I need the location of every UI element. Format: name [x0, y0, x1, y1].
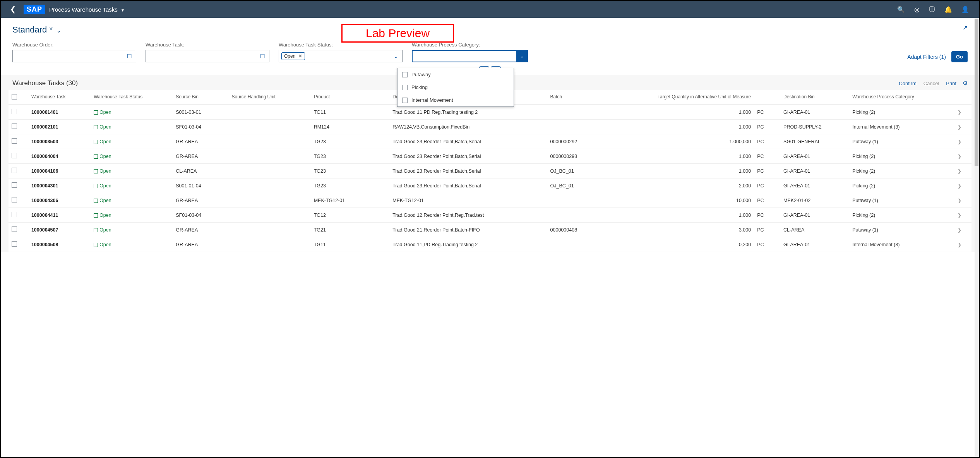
- row-checkbox[interactable]: [12, 109, 17, 114]
- warehouse-order-input[interactable]: ☐: [12, 50, 136, 62]
- notification-icon[interactable]: 🔔: [940, 6, 957, 13]
- value-help-icon[interactable]: ☐: [259, 53, 267, 59]
- settings-icon[interactable]: ⚙: [963, 80, 968, 87]
- shell-title[interactable]: Process Warehouse Tasks ▼: [49, 6, 125, 13]
- col-status[interactable]: Warehouse Task Status: [91, 90, 173, 105]
- help-icon[interactable]: ⓘ: [924, 5, 940, 14]
- lab-preview-annotation: Lab Preview: [341, 24, 454, 43]
- table-row[interactable]: 1000002101OpenSF01-03-04RM124RAW124,VB,C…: [9, 120, 971, 134]
- checkbox-icon[interactable]: [402, 98, 408, 103]
- select-all-checkbox[interactable]: [12, 94, 17, 99]
- cell-shu: [229, 237, 311, 252]
- task-status-field[interactable]: [307, 53, 392, 59]
- variant-selector[interactable]: Standard * ⌄: [12, 25, 61, 34]
- col-batch[interactable]: Batch: [547, 90, 613, 105]
- cell-uom: PC: [754, 193, 780, 208]
- cell-status: Open: [91, 193, 173, 208]
- nav-arrow-icon[interactable]: ❯: [954, 178, 971, 193]
- user-icon[interactable]: 👤: [957, 6, 974, 13]
- nav-arrow-icon[interactable]: ❯: [954, 105, 971, 120]
- table-row[interactable]: 1000004306OpenGR-AREAMEK-TG12-01MEK-TG12…: [9, 193, 971, 208]
- scrollbar[interactable]: [975, 19, 978, 456]
- status-token[interactable]: Open ✕: [281, 52, 305, 60]
- warehouse-task-field[interactable]: [148, 53, 259, 59]
- cell-dbin: MEK2-01-02: [780, 193, 849, 208]
- dropdown-button[interactable]: ⌄: [516, 51, 527, 62]
- close-icon[interactable]: ✕: [298, 53, 302, 59]
- table-row[interactable]: 1000004507OpenGR-AREATG21Trad.Good 21,Re…: [9, 223, 971, 237]
- table-row[interactable]: 1000004508OpenGR-AREATG11Trad.Good 11,PD…: [9, 237, 971, 252]
- cell-product: TG11: [311, 105, 390, 120]
- dropdown-option-putaway[interactable]: Putaway: [397, 68, 514, 81]
- col-qty[interactable]: Target Quantity in Alternative Unit of M…: [613, 90, 754, 105]
- cell-product: TG23: [311, 149, 390, 164]
- col-task[interactable]: Warehouse Task: [28, 90, 91, 105]
- row-checkbox[interactable]: [12, 168, 17, 173]
- status-open-icon: [94, 125, 98, 129]
- dropdown-option-picking[interactable]: Picking: [397, 81, 514, 94]
- nav-arrow-icon[interactable]: ❯: [954, 164, 971, 178]
- table-row[interactable]: 1000004106OpenCL-AREATG23Trad.Good 23,Re…: [9, 164, 971, 178]
- table-row[interactable]: 1000004411OpenSF01-03-04TG12Trad.Good 12…: [9, 208, 971, 223]
- cell-batch: [547, 105, 613, 120]
- warehouse-task-input[interactable]: ☐: [146, 50, 269, 62]
- row-checkbox[interactable]: [12, 197, 17, 202]
- table-row[interactable]: 1000004301OpenS001-01-04TG23Trad.Good 23…: [9, 178, 971, 193]
- row-checkbox[interactable]: [12, 153, 17, 158]
- shell-header: ❮ SAP Process Warehouse Tasks ▼ 🔍 ◎ ⓘ 🔔 …: [1, 1, 979, 18]
- process-category-input[interactable]: ⌄: [412, 50, 528, 62]
- cell-cat: Picking (2): [849, 208, 954, 223]
- print-button[interactable]: Print: [946, 81, 956, 86]
- row-checkbox[interactable]: [12, 182, 17, 188]
- checkbox-icon[interactable]: [402, 85, 408, 90]
- row-checkbox[interactable]: [12, 212, 17, 217]
- nav-arrow-icon[interactable]: ❯: [954, 149, 971, 164]
- nav-arrow-icon[interactable]: ❯: [954, 134, 971, 149]
- status-open-icon: [94, 243, 98, 247]
- back-button[interactable]: ❮: [6, 3, 20, 15]
- nav-arrow-icon[interactable]: ❯: [954, 193, 971, 208]
- value-help-icon[interactable]: ☐: [125, 53, 134, 59]
- col-cat[interactable]: Warehouse Process Category: [849, 90, 954, 105]
- nav-arrow-icon[interactable]: ❯: [954, 237, 971, 252]
- cell-task: 1000004507: [28, 223, 91, 237]
- cell-desc: Trad.Good 23,Reorder Point,Batch,Serial: [389, 178, 547, 193]
- nav-arrow-icon[interactable]: ❯: [954, 223, 971, 237]
- cell-product: TG12: [311, 208, 390, 223]
- table-row[interactable]: 1000004004OpenGR-AREATG23Trad.Good 23,Re…: [9, 149, 971, 164]
- task-status-input[interactable]: Open ✕ ⌄: [279, 50, 403, 62]
- chevron-down-icon: ▼: [121, 8, 125, 12]
- cell-cat: Internal Movement (3): [849, 120, 954, 134]
- warehouse-order-field[interactable]: [15, 53, 125, 59]
- nav-arrow-icon[interactable]: ❯: [954, 120, 971, 134]
- filter-process-category: Warehouse Process Category: ⌄: [412, 42, 528, 62]
- row-checkbox[interactable]: [12, 226, 17, 232]
- col-nav: [954, 90, 971, 105]
- adapt-filters-link[interactable]: Adapt Filters (1): [907, 54, 946, 60]
- filter-warehouse-task: Warehouse Task: ☐: [146, 42, 269, 62]
- share-icon[interactable]: ↗: [963, 24, 968, 31]
- row-checkbox[interactable]: [12, 241, 17, 247]
- scrollbar-thumb[interactable]: [975, 19, 978, 166]
- cell-desc: RAW124,VB,Consumption,FixedBin: [389, 120, 547, 134]
- col-shu[interactable]: Source Handling Unit: [229, 90, 311, 105]
- search-icon[interactable]: 🔍: [893, 6, 910, 13]
- row-checkbox[interactable]: [12, 138, 17, 144]
- chevron-down-icon[interactable]: ⌄: [392, 53, 400, 59]
- copilot-icon[interactable]: ◎: [910, 6, 924, 13]
- cell-task: 1000004106: [28, 164, 91, 178]
- dropdown-option-internal-movement[interactable]: Internal Movement: [397, 94, 514, 106]
- process-category-field[interactable]: [415, 53, 515, 59]
- col-sbin[interactable]: Source Bin: [173, 90, 228, 105]
- checkbox-icon[interactable]: [402, 72, 408, 77]
- col-dbin[interactable]: Destination Bin: [780, 90, 849, 105]
- cancel-button[interactable]: Cancel: [923, 81, 939, 86]
- cell-sbin: CL-AREA: [173, 164, 228, 178]
- row-checkbox[interactable]: [12, 124, 17, 129]
- nav-arrow-icon[interactable]: ❯: [954, 208, 971, 223]
- go-button[interactable]: Go: [951, 51, 968, 62]
- col-product[interactable]: Product: [311, 90, 390, 105]
- confirm-button[interactable]: Confirm: [899, 81, 917, 86]
- table-row[interactable]: 1000003503OpenGR-AREATG23Trad.Good 23,Re…: [9, 134, 971, 149]
- table-row[interactable]: 1000001401OpenS001-03-01TG11Trad.Good 11…: [9, 105, 971, 120]
